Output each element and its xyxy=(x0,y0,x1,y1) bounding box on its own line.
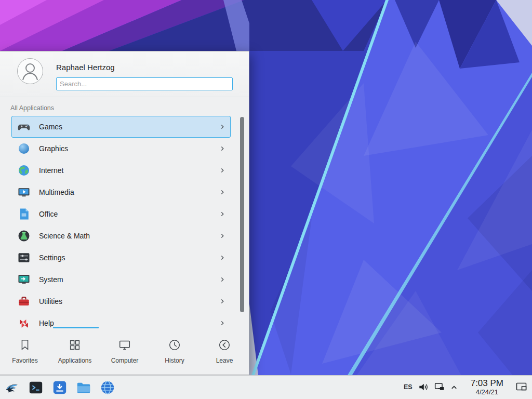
history-icon xyxy=(168,338,181,352)
browser-icon[interactable] xyxy=(100,380,115,395)
category-item-graphics[interactable]: Graphics xyxy=(11,138,231,159)
chevron-right-icon xyxy=(219,276,226,283)
internet-icon xyxy=(17,163,31,178)
category-item-multimedia[interactable]: Multimedia xyxy=(11,181,231,203)
category-label: Graphics xyxy=(39,144,219,153)
tab-history[interactable]: History xyxy=(150,327,200,375)
chevron-right-icon xyxy=(219,189,226,196)
favorites-icon xyxy=(18,338,32,352)
launcher-header: Raphael Hertzog xyxy=(0,51,249,97)
category-label: Settings xyxy=(39,254,219,262)
network-icon[interactable] xyxy=(434,382,445,392)
category-label: Help xyxy=(39,319,219,327)
tab-computer[interactable]: Computer xyxy=(100,327,150,375)
category-item-utilities[interactable]: Utilities xyxy=(11,290,231,312)
category-item-internet[interactable]: Internet xyxy=(11,159,231,181)
category-label: Multimedia xyxy=(39,188,219,196)
office-icon xyxy=(17,207,31,221)
category-item-games[interactable]: Games xyxy=(11,116,231,138)
category-label: Games xyxy=(39,123,219,131)
terminal-icon[interactable] xyxy=(28,380,44,395)
chevron-right-icon xyxy=(219,167,226,174)
tab-label: History xyxy=(165,357,184,364)
chevron-right-icon xyxy=(219,123,226,130)
category-label: Utilities xyxy=(39,297,219,305)
section-label: All Applications xyxy=(10,104,54,112)
list-scrollbar[interactable] xyxy=(240,117,244,312)
clock-time: 7:03 PM xyxy=(471,378,503,389)
applications-icon xyxy=(68,338,82,352)
active-tab-indicator xyxy=(53,327,99,328)
science-icon xyxy=(17,229,31,243)
keyboard-layout-indicator[interactable]: ES xyxy=(404,383,413,391)
person-icon xyxy=(18,59,43,84)
category-item-office[interactable]: Office xyxy=(11,203,231,225)
tab-label: Leave xyxy=(216,357,233,364)
taskbar: ES 7:03 PM 4/24/21 xyxy=(0,375,532,399)
kali-launcher-icon[interactable] xyxy=(4,380,20,395)
utilities-icon xyxy=(17,294,31,309)
help-icon xyxy=(17,316,31,328)
system-icon xyxy=(17,272,31,287)
graphics-icon xyxy=(17,141,31,156)
tab-label: Applications xyxy=(58,357,92,364)
category-item-help[interactable]: Help xyxy=(11,312,231,328)
software-center-icon[interactable] xyxy=(52,380,68,395)
tab-label: Favorites xyxy=(12,357,37,364)
category-label: Internet xyxy=(39,166,219,175)
tab-favorites[interactable]: Favorites xyxy=(0,327,50,375)
games-icon xyxy=(17,119,31,134)
computer-icon xyxy=(118,338,131,352)
application-launcher: Raphael Hertzog All Applications Games G… xyxy=(0,51,249,375)
file-manager-icon[interactable] xyxy=(76,380,91,395)
chevron-right-icon xyxy=(219,254,226,261)
category-item-science-math[interactable]: Science & Math xyxy=(11,225,231,247)
taskbar-launchers xyxy=(0,380,115,395)
tab-label: Computer xyxy=(111,357,139,364)
category-item-settings[interactable]: Settings xyxy=(11,247,231,269)
category-label: System xyxy=(39,275,219,284)
user-name: Raphael Hertzog xyxy=(56,63,115,72)
category-item-system[interactable]: System xyxy=(11,269,231,290)
chevron-right-icon xyxy=(219,232,226,240)
show-desktop-icon[interactable] xyxy=(515,381,528,393)
multimedia-icon xyxy=(17,185,31,200)
category-label: Science & Math xyxy=(39,232,219,240)
category-list: Games Graphics Internet Multimedia Offic… xyxy=(0,116,249,328)
tab-leave[interactable]: Leave xyxy=(200,327,249,375)
tab-applications[interactable]: Applications xyxy=(50,327,100,375)
leave-icon xyxy=(218,338,231,352)
chevron-right-icon xyxy=(219,210,226,218)
volume-icon[interactable] xyxy=(418,382,429,392)
chevron-right-icon xyxy=(219,298,226,305)
chevron-right-icon xyxy=(219,320,226,327)
category-label: Office xyxy=(39,210,219,218)
tray-expand-caret-icon[interactable] xyxy=(450,384,458,390)
clock[interactable]: 7:03 PM 4/24/21 xyxy=(471,378,503,396)
desktop: Raphael Hertzog All Applications Games G… xyxy=(0,0,532,399)
launcher-tabbar: Favorites Applications Computer History … xyxy=(0,327,249,375)
user-avatar[interactable] xyxy=(17,58,43,84)
settings-icon xyxy=(17,250,31,265)
system-tray: ES 7:03 PM 4/24/21 xyxy=(404,378,532,396)
search-input[interactable] xyxy=(56,77,233,90)
clock-date: 4/24/21 xyxy=(471,389,503,396)
chevron-right-icon xyxy=(219,145,226,152)
